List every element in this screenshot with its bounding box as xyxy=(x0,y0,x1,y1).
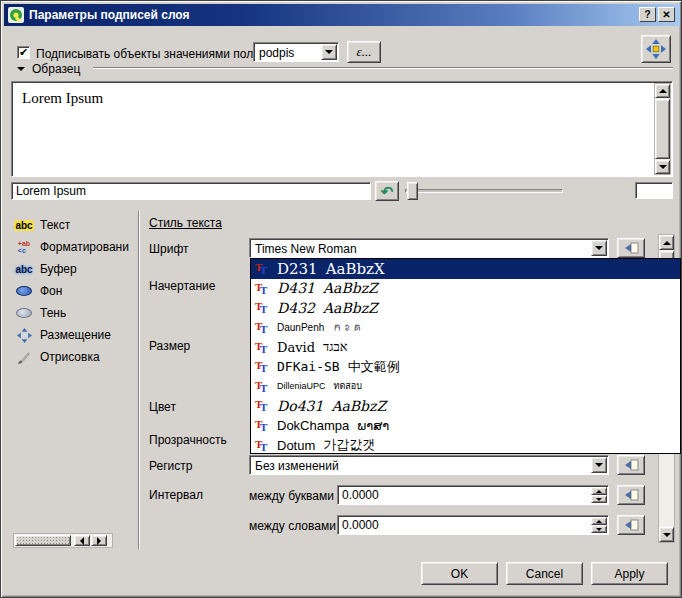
spin-down-icon[interactable] xyxy=(591,525,607,533)
case-combo-value: Без изменений xyxy=(255,459,339,473)
sidebar-item-formatting[interactable]: Форматировани xyxy=(13,237,133,257)
scroll-up-icon[interactable] xyxy=(659,235,674,250)
truetype-icon xyxy=(254,418,269,433)
sample-size-slider-thumb[interactable] xyxy=(407,182,418,200)
checkmark-icon: ✔ xyxy=(19,47,28,58)
cancel-button[interactable]: Cancel xyxy=(506,562,583,585)
scroll-down-icon[interactable] xyxy=(659,527,674,542)
sidebar-item-background[interactable]: Фон xyxy=(13,281,133,301)
apply-button[interactable]: Apply xyxy=(591,562,668,585)
font-option[interactable]: DFKai-SB 中文範例 xyxy=(251,357,680,377)
app-icon xyxy=(8,7,24,23)
help-button[interactable]: ? xyxy=(639,7,656,22)
sidebar-item-placement[interactable]: Размещение xyxy=(13,325,133,345)
close-button[interactable]: ✕ xyxy=(658,7,675,22)
label-features-checkbox-label: Подписывать объекты значениями поля xyxy=(36,47,260,61)
font-option-selected[interactable]: D231 AaBbzX xyxy=(251,259,680,279)
sample-preview: Lorem Ipsum xyxy=(11,81,673,177)
case-label: Регистр xyxy=(149,459,192,473)
font-option[interactable]: DaunPenh កខគ xyxy=(251,318,680,338)
label-features-checkbox[interactable]: ✔ xyxy=(17,46,30,59)
letter-spacing-input[interactable] xyxy=(342,488,542,502)
spacing-label: Интервал xyxy=(149,488,203,502)
spin-up-icon[interactable] xyxy=(591,517,607,525)
sidebar-item-rendering[interactable]: Отрисовка xyxy=(13,347,133,367)
sample-scale-box[interactable] xyxy=(635,182,673,199)
font-dropdown-list[interactable]: D231 AaBbzX D431 AaBbzZ D432 AaBbzZ Daun… xyxy=(250,258,681,454)
data-defined-icon xyxy=(624,489,639,501)
field-combo[interactable]: podpis xyxy=(253,42,339,62)
data-defined-icon xyxy=(624,242,639,254)
font-option[interactable]: Dotum 가갑값갯 xyxy=(251,435,680,454)
truetype-icon xyxy=(254,379,269,394)
truetype-icon xyxy=(254,281,269,296)
word-spacing-spinbox[interactable] xyxy=(337,515,609,535)
scroll-down-icon[interactable] xyxy=(655,160,670,174)
scroll-left-icon[interactable] xyxy=(74,535,90,546)
style-label: Начертание xyxy=(149,279,215,293)
font-label: Шрифт xyxy=(149,242,188,256)
sidebar-item-text[interactable]: Текст xyxy=(13,215,133,235)
font-combo-arrow[interactable] xyxy=(591,240,607,256)
case-combo[interactable]: Без изменений xyxy=(249,455,609,475)
sidebar-item-shadow[interactable]: Тень xyxy=(13,303,133,323)
ok-button[interactable]: OK xyxy=(421,562,498,585)
scrollbar-thumb[interactable] xyxy=(15,535,71,546)
text-icon xyxy=(13,216,35,234)
font-data-defined-button[interactable] xyxy=(617,238,645,258)
word-spacing-data-defined-button[interactable] xyxy=(617,515,645,535)
sample-text-input-wrap xyxy=(11,182,371,200)
spin-down-icon[interactable] xyxy=(591,495,607,503)
letter-spacing-spinbox[interactable] xyxy=(337,485,609,505)
scroll-right-icon[interactable] xyxy=(91,535,107,546)
section-title-text-style: Стиль текста xyxy=(149,216,222,230)
word-spacing-input[interactable] xyxy=(342,518,542,532)
sample-text-input[interactable] xyxy=(16,184,356,198)
window-title: Параметры подписей слоя xyxy=(29,8,190,22)
field-combo-value: podpis xyxy=(259,46,294,60)
auto-placement-settings-button[interactable] xyxy=(641,35,671,63)
expression-button[interactable]: ε... xyxy=(347,41,381,63)
placement-arrows-icon xyxy=(646,39,666,59)
chevron-down-icon xyxy=(325,50,333,54)
font-option[interactable]: DilleniaUPC ทดสอบ xyxy=(251,377,680,397)
size-label: Размер xyxy=(149,339,190,353)
font-option[interactable]: David אבגד xyxy=(251,337,680,357)
background-icon xyxy=(13,282,35,300)
sidebar-horizontal-scrollbar[interactable] xyxy=(13,533,113,548)
chevron-down-icon xyxy=(595,463,603,467)
sidebar-item-buffer[interactable]: Буфер xyxy=(13,259,133,279)
shadow-icon xyxy=(13,304,35,322)
letter-spacing-data-defined-button[interactable] xyxy=(617,485,645,505)
font-option[interactable]: Do431 AaBbzZ xyxy=(251,396,680,416)
formatting-icon xyxy=(13,238,35,256)
field-combo-arrow[interactable] xyxy=(321,44,337,60)
sample-preview-scrollbar[interactable] xyxy=(654,83,671,175)
color-label: Цвет xyxy=(149,400,176,414)
scroll-up-icon[interactable] xyxy=(655,84,670,98)
undo-icon: ↶ xyxy=(381,184,394,199)
font-combo[interactable]: Times New Roman xyxy=(249,238,609,258)
scrollbar-thumb[interactable] xyxy=(655,99,670,159)
font-option[interactable]: DokChampa ພາສາ xyxy=(251,416,680,436)
titlebar[interactable]: Параметры подписей слоя xyxy=(4,4,680,26)
truetype-icon xyxy=(254,438,269,453)
sample-size-slider-track[interactable] xyxy=(405,189,563,193)
sample-preview-text: Lorem Ipsum xyxy=(22,90,103,107)
reset-sample-button[interactable]: ↶ xyxy=(375,181,399,201)
case-data-defined-button[interactable] xyxy=(617,455,645,475)
transparency-label: Прозрачность xyxy=(149,433,227,447)
truetype-icon xyxy=(254,261,269,276)
case-combo-arrow[interactable] xyxy=(591,457,607,473)
sample-section-divider xyxy=(93,67,673,69)
chevron-down-icon xyxy=(595,246,603,250)
layer-labeling-dialog: Параметры подписей слоя ? ✕ ✔ Подписыват… xyxy=(0,0,682,598)
sample-collapse-arrow-icon[interactable] xyxy=(17,67,25,71)
buffer-icon xyxy=(13,260,35,278)
font-option[interactable]: D431 AaBbzZ xyxy=(251,279,680,299)
data-defined-icon xyxy=(624,459,639,471)
font-option[interactable]: D432 AaBbzZ xyxy=(251,298,680,318)
truetype-icon xyxy=(254,320,269,335)
word-spacing-label: между словами xyxy=(249,519,336,533)
spin-up-icon[interactable] xyxy=(591,487,607,495)
